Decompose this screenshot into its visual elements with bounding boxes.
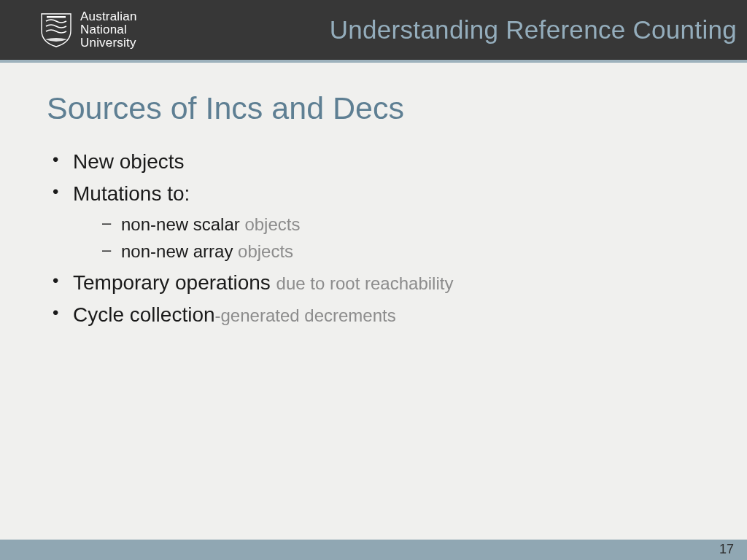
bullet-text: New objects: [73, 150, 185, 173]
sub-bullet-scalar: non-new scalar objects: [73, 211, 747, 238]
page-number: 17: [719, 542, 734, 557]
university-name: Australian National University: [80, 10, 137, 50]
sub-bullet-list: non-new scalar objects non-new array obj…: [73, 211, 747, 265]
bullet-list: New objects Mutations to: non-new scalar…: [47, 147, 747, 330]
sub-bullet-array: non-new array objects: [73, 238, 747, 265]
content-area: Sources of Incs and Decs New objects Mut…: [0, 63, 747, 330]
bullet-text: Mutations to:: [73, 182, 190, 205]
header-bar: Australian National University Understan…: [0, 0, 747, 60]
slide: Australian National University Understan…: [0, 0, 747, 560]
bullet-mutations: Mutations to: non-new scalar objects non…: [47, 179, 747, 265]
bullet-new-objects: New objects: [47, 147, 747, 177]
svg-rect-0: [47, 16, 66, 18]
sub-bullet-main: non-new scalar: [121, 214, 244, 234]
slide-title: Sources of Incs and Decs: [47, 90, 747, 126]
sub-bullet-main: non-new array: [121, 241, 238, 261]
bullet-muted: due to root reachability: [276, 273, 454, 293]
uni-line-3: University: [80, 36, 137, 50]
uni-line-2: National: [80, 23, 137, 36]
bullet-text: Cycle collection: [73, 303, 215, 326]
bullet-text: Temporary operations: [73, 271, 276, 294]
bullet-cycle-collection: Cycle collection-generated decrements: [47, 300, 747, 330]
bullet-muted: -generated decrements: [215, 306, 396, 325]
bullet-temporary-ops: Temporary operations due to root reachab…: [47, 268, 747, 298]
uni-line-1: Australian: [80, 10, 137, 23]
sub-bullet-muted: objects: [244, 214, 300, 234]
header-title: Understanding Reference Counting: [137, 15, 737, 44]
footer-bar: [0, 540, 747, 560]
sub-bullet-muted: objects: [238, 241, 293, 261]
logo-block: Australian National University: [39, 10, 137, 50]
university-crest-icon: [39, 12, 73, 48]
